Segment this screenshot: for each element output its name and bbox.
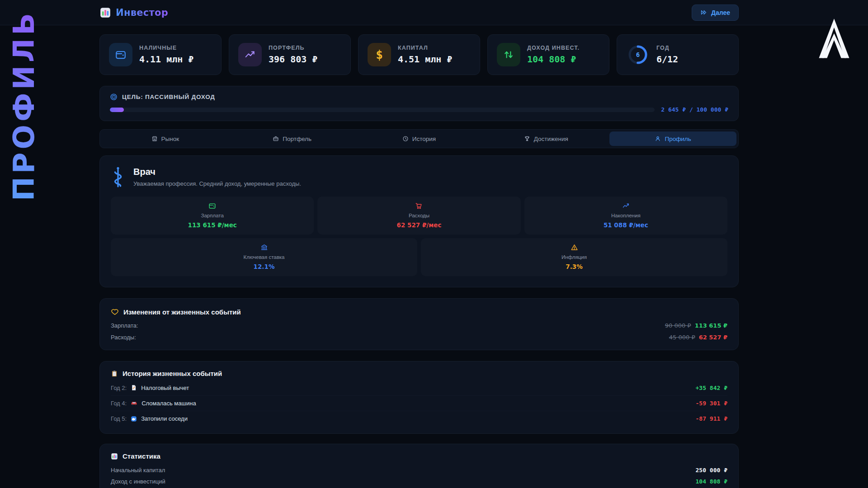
stat-box-salary: Зарплата 113 615 ₽/мес	[111, 197, 314, 235]
stat-label: КАПИТАЛ	[398, 45, 452, 51]
tab-portfolio[interactable]: Портфель	[229, 131, 356, 146]
trophy-icon	[524, 136, 530, 142]
next-button[interactable]: Далее	[692, 5, 739, 21]
heart-icon	[111, 308, 119, 316]
clock-icon	[402, 136, 409, 142]
statistics-title: Статистика	[123, 452, 160, 460]
tab-history[interactable]: История	[356, 131, 483, 146]
stats-value: 104 808 ₽	[696, 478, 727, 485]
document-icon	[131, 385, 137, 391]
history-row: Год 5: Затопили соседи -87 911 ₽	[111, 411, 727, 426]
change-label: Расходы:	[111, 334, 136, 341]
life-changes-title: Изменения от жизненных событий	[123, 308, 241, 316]
tab-market[interactable]: Рынок	[102, 131, 229, 146]
history-amount: +35 842 ₽	[696, 385, 727, 391]
stat-card-capital: $ КАПИТАЛ 4.51 млн ₽	[358, 34, 480, 75]
stat-card-cash: НАЛИЧНЫЕ 4.11 млн ₽	[99, 34, 222, 75]
history-row: Год 4: Сломалась машина -59 301 ₽	[111, 395, 727, 411]
main-content: НАЛИЧНЫЕ 4.11 млн ₽ ПОРТФЕЛЬ 396 803 ₽ $…	[99, 25, 739, 488]
ring-value: 6	[636, 51, 640, 58]
rate-box-label: Ключевая ставка	[115, 254, 413, 260]
goal-title: ЦЕЛЬ: ПАССИВНЫЙ ДОХОД	[122, 94, 215, 100]
history-amount: -87 911 ₽	[696, 415, 727, 422]
tab-label: Портфель	[283, 136, 311, 142]
clipboard-icon	[111, 370, 118, 377]
bar-chart-icon	[99, 7, 111, 19]
target-icon	[110, 93, 118, 101]
stat-box-savings: Накопления 51 088 ₽/мес	[524, 197, 727, 235]
tab-achievements[interactable]: Достижения	[482, 131, 609, 146]
history-year: Год 2:	[111, 385, 127, 391]
goal-card: ЦЕЛЬ: ПАССИВНЫЙ ДОХОД 2 645 ₽ / 100 000 …	[99, 86, 739, 121]
page-title-watermark: ПРОФИЛЬ	[7, 10, 41, 201]
next-button-label: Далее	[711, 9, 730, 16]
profession-subtitle: Уважаемая профессия. Средний доход, умер…	[133, 180, 301, 187]
goal-progress-track	[110, 108, 655, 112]
goal-progress-fill	[110, 108, 124, 112]
stat-label: ДОХОД ИНВЕСТ.	[527, 45, 580, 51]
stats-label: Доход с инвестиций	[111, 478, 165, 485]
wave-icon	[131, 416, 137, 422]
life-history-title: История жизненных событий	[123, 370, 222, 377]
history-amount: -59 301 ₽	[696, 400, 727, 407]
profession-title: Врач	[133, 167, 301, 177]
fast-forward-icon	[700, 9, 707, 16]
tab-label: Рынок	[161, 136, 179, 142]
rate-box-value: 12.1%	[115, 263, 413, 270]
change-row-expenses: Расходы: 45 000 ₽ 62 527 ₽	[111, 334, 727, 341]
wallet-icon	[109, 43, 132, 66]
stat-box-expenses: Расходы 62 527 ₽/мес	[317, 197, 520, 235]
stats-value: 250 000 ₽	[696, 467, 727, 474]
stats-row: Начальный капитал 250 000 ₽	[111, 465, 727, 476]
rate-box-label: Инфляция	[425, 254, 723, 260]
old-value: 90 000 ₽	[665, 322, 691, 329]
bank-icon	[115, 244, 413, 251]
arrows-up-down-icon	[497, 43, 520, 66]
stat-value: 4.51 млн ₽	[398, 54, 452, 65]
stat-value: 396 803 ₽	[269, 54, 317, 65]
stats-label: Начальный капитал	[111, 467, 165, 474]
top-bar: Инвестор Далее	[0, 0, 868, 25]
history-year: Год 5:	[111, 415, 127, 422]
stat-label: ПОРТФЕЛЬ	[269, 45, 317, 51]
new-value: 62 527 ₽	[699, 334, 727, 341]
stats-row: Доход с инвестиций 104 808 ₽	[111, 476, 727, 487]
year-progress-ring: 6	[626, 43, 650, 66]
history-event: Налоговый вычет	[141, 385, 189, 391]
trending-up-icon	[238, 43, 262, 66]
new-value: 113 615 ₽	[695, 322, 727, 329]
profession-stats-row: Зарплата 113 615 ₽/мес Расходы 62 527 ₽/…	[111, 197, 727, 235]
stat-card-invest-income: ДОХОД ИНВЕСТ. 104 808 ₽	[487, 34, 609, 75]
history-row: Год 2: Налоговый вычет +35 842 ₽	[111, 380, 727, 395]
app-brand: Инвестор	[99, 7, 168, 19]
statistics-card: Статистика Начальный капитал 250 000 ₽ Д…	[99, 444, 739, 488]
stat-box-value: 62 527 ₽/мес	[322, 221, 516, 229]
rate-box-key-rate: Ключевая ставка 12.1%	[111, 238, 417, 276]
stat-box-label: Расходы	[322, 213, 516, 218]
history-event: Сломалась машина	[142, 400, 196, 407]
stat-value: 6/12	[656, 54, 678, 65]
life-changes-card: Изменения от жизненных событий Зарплата:…	[99, 298, 739, 350]
stat-label: НАЛИЧНЫЕ	[139, 45, 193, 51]
tab-profile[interactable]: Профиль	[609, 131, 736, 146]
tab-label: Достижения	[534, 136, 568, 142]
rates-row: Ключевая ставка 12.1% Инфляция 7.3%	[111, 238, 727, 276]
goal-progress-text: 2 645 ₽ / 100 000 ₽	[661, 106, 728, 113]
stat-card-portfolio: ПОРТФЕЛЬ 396 803 ₽	[229, 34, 351, 75]
car-icon	[131, 400, 137, 407]
change-row-salary: Зарплата: 90 000 ₽ 113 615 ₽	[111, 322, 727, 329]
stat-card-year: 6 ГОД 6/12	[617, 34, 739, 75]
briefcase-icon	[273, 136, 279, 142]
stat-box-label: Накопления	[529, 213, 723, 218]
stat-box-label: Зарплата	[115, 213, 309, 218]
stat-value: 104 808 ₽	[527, 54, 580, 65]
tab-bar: Рынок Портфель История	[99, 129, 739, 148]
tab-label: Профиль	[665, 136, 691, 142]
dollar-icon: $	[368, 43, 391, 66]
rate-box-inflation: Инфляция 7.3%	[421, 238, 727, 276]
life-history-card: История жизненных событий Год 2: Налогов…	[99, 361, 739, 434]
caduceus-icon	[111, 167, 125, 188]
old-value: 45 000 ₽	[669, 334, 695, 341]
trending-up-icon	[529, 202, 723, 210]
stat-box-value: 51 088 ₽/мес	[529, 221, 723, 229]
